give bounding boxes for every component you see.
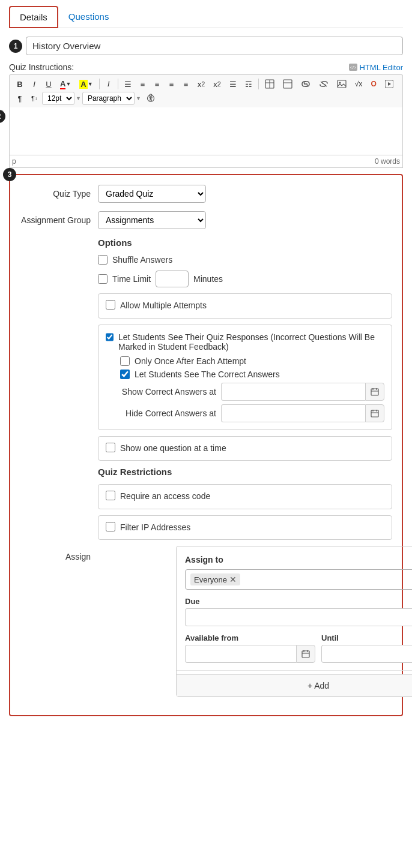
underline-btn[interactable]: U xyxy=(42,77,55,91)
show-one-question-checkbox[interactable] xyxy=(106,443,115,452)
assignment-group-label: Assignment Group xyxy=(20,215,98,225)
svg-text:</>: </> xyxy=(350,65,356,70)
bold-btn[interactable]: B xyxy=(13,77,26,91)
quiz-responses-label[interactable]: Let Students See Their Quiz Responses (I… xyxy=(118,332,384,352)
time-limit-label[interactable]: Time Limit xyxy=(112,274,151,284)
justify-btn[interactable]: ≡ xyxy=(165,77,178,91)
access-code-label[interactable]: Require an access code xyxy=(120,491,210,503)
only-once-label[interactable]: Only Once After Each Attempt xyxy=(135,356,246,366)
instructions-label: Quiz Instructions: xyxy=(9,62,74,72)
hide-correct-at-input[interactable] xyxy=(221,404,365,422)
show-correct-at-row: Show Correct Answers at xyxy=(120,383,384,401)
show-correct-at-calendar-btn[interactable] xyxy=(365,383,384,401)
indent-btn[interactable]: ≡ xyxy=(180,77,193,91)
access-code-checkbox[interactable] xyxy=(106,491,115,500)
only-once-row: Only Once After Each Attempt xyxy=(120,356,384,366)
remove-everyone-btn[interactable]: ✕ xyxy=(229,575,237,584)
subscript-btn[interactable]: x2 xyxy=(210,77,225,91)
until-label: Until xyxy=(321,633,412,642)
table2-btn[interactable] xyxy=(279,77,296,91)
paragraph-select[interactable]: ParagraphHeading 1Heading 2 xyxy=(82,92,135,105)
align-center-btn[interactable]: ≡ xyxy=(136,77,150,91)
calendar-icon-2 xyxy=(371,409,379,418)
available-from-input[interactable] xyxy=(185,645,296,663)
word-count: 0 words xyxy=(375,157,400,166)
add-button[interactable]: + Add xyxy=(177,674,412,696)
tab-details[interactable]: Details xyxy=(9,6,58,28)
show-correct-at-label: Show Correct Answers at xyxy=(120,387,216,397)
allow-multiple-checkbox[interactable] xyxy=(106,300,115,310)
sqrt-btn[interactable]: √x xyxy=(351,77,366,91)
pilcrow2-btn[interactable]: ¶↕ xyxy=(28,92,41,105)
until-input[interactable] xyxy=(321,645,412,663)
quiz-type-label: Quiz Type xyxy=(20,189,98,199)
bullet-list-btn[interactable]: ☰ xyxy=(226,77,240,91)
calendar-icon xyxy=(371,388,379,396)
media-btn[interactable] xyxy=(381,77,397,91)
table-btn[interactable] xyxy=(261,77,278,91)
instructions-section: Quiz Instructions: </> HTML Editor B I U… xyxy=(9,62,403,168)
due-row: Due xyxy=(185,597,412,626)
numbered-list-btn[interactable]: ☶ xyxy=(241,77,256,91)
assign-to-label: Assign to xyxy=(185,555,412,564)
quiz-responses-checkbox[interactable] xyxy=(106,332,114,342)
allow-multiple-label[interactable]: Allow Multiple Attempts xyxy=(120,300,207,312)
time-limit-row: Time Limit Minutes xyxy=(98,271,392,287)
unlink-btn[interactable] xyxy=(315,77,332,91)
due-label: Due xyxy=(185,597,412,606)
available-from-calendar-btn[interactable] xyxy=(296,645,315,663)
tab-questions[interactable]: Questions xyxy=(58,6,120,28)
only-once-checkbox[interactable] xyxy=(120,356,130,366)
hide-correct-at-calendar-btn[interactable] xyxy=(365,404,384,422)
quiz-type-row: Quiz Type Graded Quiz Practice Quiz Grad… xyxy=(20,185,392,203)
italic2-btn[interactable]: I xyxy=(102,77,115,91)
correct-answers-label[interactable]: Let Students See The Correct Answers xyxy=(135,370,280,379)
pilcrow-btn[interactable]: ¶ xyxy=(13,92,26,105)
image-btn[interactable] xyxy=(333,77,350,91)
title-section: 1 xyxy=(9,37,403,55)
italic-btn[interactable]: I xyxy=(28,77,41,91)
allow-multiple-box: Allow Multiple Attempts xyxy=(98,293,392,319)
assign-row: Assign Assign to Everyone ✕ Due xyxy=(20,546,392,697)
time-limit-input[interactable] xyxy=(156,271,189,287)
svg-marker-12 xyxy=(388,82,391,86)
filter-ip-checkbox[interactable] xyxy=(106,522,115,531)
media-icon xyxy=(385,80,393,88)
show-one-question-box: Show one question at a time xyxy=(98,436,392,461)
shuffle-answers-checkbox[interactable] xyxy=(98,255,108,265)
available-row: Available from xyxy=(185,633,412,663)
align-left-btn[interactable]: ☰ xyxy=(121,77,135,91)
filter-ip-label[interactable]: Filter IP Addresses xyxy=(120,522,190,534)
superscript-btn[interactable]: x2 xyxy=(194,77,209,91)
minutes-label: Minutes xyxy=(193,274,223,284)
step2-badge: 2 xyxy=(0,110,5,123)
hide-correct-at-row: Hide Correct Answers at xyxy=(120,404,384,422)
show-correct-at-input[interactable] xyxy=(221,383,365,401)
tabs-container: Details Questions xyxy=(9,6,403,28)
svg-rect-23 xyxy=(371,410,378,417)
html-editor-link[interactable]: </> HTML Editor xyxy=(349,63,403,72)
table2-icon xyxy=(283,79,292,89)
access-code-box: Require an access code xyxy=(98,484,392,509)
font-color-btn[interactable]: A ▼ xyxy=(56,77,74,91)
quiz-instructions-editor[interactable] xyxy=(9,107,403,155)
accessibility-btn[interactable] xyxy=(142,92,159,105)
font-size-select[interactable]: 12pt8pt10pt14pt18pt xyxy=(42,92,74,105)
link-btn[interactable] xyxy=(297,77,314,91)
quiz-title-input[interactable] xyxy=(26,37,403,55)
shuffle-answers-label[interactable]: Shuffle Answers xyxy=(112,255,172,265)
assign-to-field[interactable]: Everyone ✕ xyxy=(185,569,412,590)
svg-line-8 xyxy=(321,82,327,86)
quiz-responses-box: Let Students See Their Quiz Responses (I… xyxy=(98,325,392,430)
accessibility-icon xyxy=(146,94,156,103)
office-btn[interactable]: O xyxy=(367,77,380,91)
quiz-type-select[interactable]: Graded Quiz Practice Quiz Graded Survey … xyxy=(98,185,206,203)
assignment-group-select[interactable]: Assignments xyxy=(98,211,206,229)
time-limit-checkbox[interactable] xyxy=(98,274,108,284)
bg-color-btn[interactable]: A ▼ xyxy=(76,77,96,91)
correct-answers-checkbox[interactable] xyxy=(120,370,130,379)
align-right-btn[interactable]: ≡ xyxy=(151,77,164,91)
show-one-question-label[interactable]: Show one question at a time xyxy=(120,443,226,455)
editor-wrapper: 2 xyxy=(9,107,403,155)
due-date-input[interactable] xyxy=(185,608,412,626)
